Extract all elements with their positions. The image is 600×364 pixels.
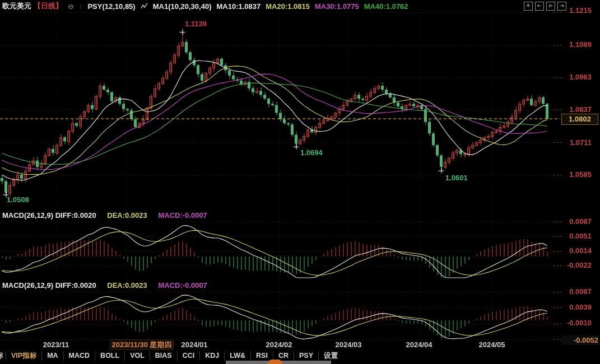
time-axis-label: 2024/02 [262,340,296,349]
crosshair-value-badge: -0.0052 [561,335,599,345]
high-annotation: 1.1139 [185,20,207,28]
macd2-axis-label: 0.0087 [562,288,592,296]
macd2-macd-value: MACD:-0.0007 [158,281,207,290]
toolbar-item-rsi[interactable]: RSI [250,351,273,361]
last-price-badge: 1.0802 [561,114,598,125]
collapse-icon[interactable]: ⊖ [68,2,74,11]
period-label: 【日线】 [34,1,63,11]
clipped-toolbar-label: 标 [0,351,3,361]
macd2-dea-value: DEA:0.0023 [107,281,147,290]
price-axis-label: 1.0963 [562,73,592,81]
toolbar-item-kdj[interactable]: KDJ [199,351,224,361]
toolbar-item-macd[interactable]: MACD [63,351,95,361]
ma40-value: MA40:1.0762 [364,2,408,11]
macd1-diff-value: MACD(26,12,9) DIFF:0.0020 [2,211,96,220]
symbol-name: 欧元美元 [2,1,31,11]
chart-tool-buttons: ✛ ⇤ ⊳ ⇥ [524,2,566,11]
low-annotation-oct: 1.0508 [7,196,29,204]
macd2-header: MACD(26,12,9) DIFF:0.0020 DEA:0.0023 MAC… [2,281,207,290]
macd1-axis-label: 0.0087 [562,218,592,226]
price-axis-label: 1.0585 [562,171,592,179]
macd1-header: MACD(26,12,9) DIFF:0.0020 DEA:0.0023 MAC… [2,211,207,220]
toolbar-item-psy[interactable]: PSY [294,351,318,361]
price-axis-label: 1.0837 [562,106,592,114]
toolbar-item-ma[interactable]: MA [41,351,63,361]
time-axis-label: 2024/03 [332,340,365,349]
compress-pane-icon[interactable]: ⇤ [535,2,544,11]
ma10-value: MA10:1.0837 [216,2,261,11]
macd1-dea-value: DEA:0.0023 [107,211,147,220]
time-axis-label: 2024/01 [178,340,211,349]
low-annotation-feb: 1.0694 [300,149,323,157]
macd1-macd-value: MACD:-0.0007 [158,211,207,220]
toolbar-item-cci[interactable]: CCI [177,351,200,361]
chart-canvas[interactable] [0,0,600,364]
ma30-value: MA30:1.0775 [315,2,359,11]
macd2-diff-value: MACD(26,12,9) DIFF:0.0020 [2,281,96,290]
toolbar-item-settings[interactable]: 设置 [318,351,343,361]
indicator-toolbar: VIP指标 MA MACD BOLL VOL BIAS CCI KDJ LW& … [6,351,343,361]
psy-indicator-label: PSY(12,10,85) [87,2,135,11]
time-axis-label: 2024/05 [475,340,509,349]
price-axis-label: 1.1089 [562,41,592,49]
toolbar-item-lw[interactable]: LW& [224,351,250,361]
macd2-axis-label: 0.0039 [562,304,592,311]
toolbar-item-bias[interactable]: BIAS [150,351,177,361]
macd2-axis-label: -0.0010 [562,319,592,327]
play-pane-icon[interactable]: ⊳ [546,2,555,11]
mini-chart-icon [141,3,148,10]
toolbar-item-vip[interactable]: VIP指标 [6,351,41,361]
top-indicator-bar: 欧元美元 【日线】 ⊖ ↑ PSY(12,10,85) MA1(10,20,30… [2,0,408,12]
toolbar-item-cr[interactable]: CR [273,351,294,361]
time-axis-label: 2024/04 [402,340,436,349]
price-axis-label: 1.0711 [562,139,592,147]
macd1-axis-label: 0.0014 [562,247,592,255]
time-axis-label: 2023/11 [39,340,73,349]
crosshair-date-badge: 2023/11/30 星期四 [110,339,174,350]
toolbar-item-boll[interactable]: BOLL [95,351,124,361]
chart-window: 欧元美元 【日线】 ⊖ ↑ PSY(12,10,85) MA1(10,20,30… [0,0,600,364]
pan-tool-icon[interactable]: ✛ [524,2,533,11]
ma-group-label: MA1(10,20,30,40) [153,2,212,11]
ma20-value: MA20:1.0815 [266,2,310,11]
toolbar-item-vol[interactable]: VOL [124,351,150,361]
low-annotation-apr: 1.0601 [445,174,468,182]
price-axis-label: 1.1215 [562,7,592,15]
macd1-axis-label: 0.0051 [562,232,592,240]
up-arrow-icon: ↑ [79,2,83,11]
panel-handle-icon[interactable] [268,360,282,364]
macd1-axis-label: -0.0022 [562,262,592,269]
